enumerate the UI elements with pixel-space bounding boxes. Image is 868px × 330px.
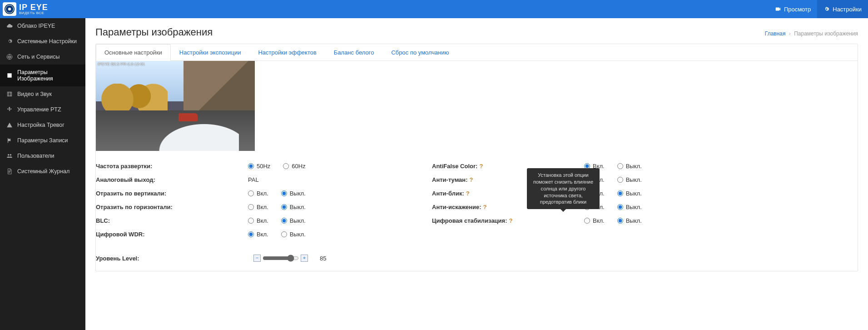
help-icon[interactable]: ? — [509, 217, 513, 224]
globe-icon — [6, 54, 13, 60]
document-icon — [6, 168, 13, 175]
brand-logo[interactable]: IP EYE ВИДЕТЬ ВСЕ — [3, 2, 48, 16]
radio-50hz[interactable]: 50Hz — [248, 163, 270, 170]
level-value: 85 — [320, 255, 326, 262]
cloud-icon — [6, 23, 13, 29]
preview-osd-text: IPEYE B2.5 PR-2.8-12-01 — [98, 62, 145, 66]
row-dwdr: Цифровой WDR: Вкл. Выкл. — [96, 227, 405, 241]
help-icon[interactable]: ? — [483, 204, 487, 210]
row-dstab: Цифровая стабилизация: ? Вкл. Выкл. — [432, 214, 741, 227]
sidebar-item-av[interactable]: Видео и Звук — [0, 86, 85, 102]
tab-effects[interactable]: Настройки эффектов — [249, 44, 325, 61]
row-flip-v: Отразить по вертикали: Вкл. Выкл. — [96, 186, 405, 200]
sidebar: Облако IPEYE Системные Настройки Сеть и … — [0, 18, 85, 330]
row-analog-out: Аналоговый выход: PAL — [96, 173, 405, 186]
help-icon[interactable]: ? — [466, 190, 470, 197]
radio-dstab-on[interactable]: Вкл. — [584, 217, 605, 224]
breadcrumb-current: Параметры изображения — [794, 30, 858, 37]
value-analog-out: PAL — [248, 176, 259, 183]
label-flip-v: Отразить по вертикали: — [96, 190, 248, 197]
camera-icon — [775, 6, 781, 12]
sidebar-item-record[interactable]: Параметры Записи — [0, 133, 85, 148]
tab-exposure[interactable]: Настройки экспозиции — [171, 44, 250, 61]
label-antiglare: Анти-блик: — [432, 190, 464, 197]
radio-antifog-off[interactable]: Выкл. — [617, 176, 642, 183]
radio-flipv-off[interactable]: Выкл. — [281, 190, 306, 197]
radio-blc-off[interactable]: Выкл. — [281, 217, 306, 224]
sidebar-item-network[interactable]: Сеть и Сервисы — [0, 49, 85, 65]
tabs: Основные настройки Настройки экспозиции … — [96, 44, 858, 61]
users-icon — [6, 153, 13, 159]
label-scan-freq: Частота развертки: — [96, 163, 248, 170]
sidebar-item-users[interactable]: Пользователи — [0, 148, 85, 164]
gear-icon — [823, 6, 830, 12]
radio-dwdr-on[interactable]: Вкл. — [248, 231, 268, 238]
sidebar-item-log[interactable]: Системный Журнал — [0, 164, 85, 179]
label-dstab: Цифровая стабилизация: — [432, 217, 507, 224]
logo-eye-icon — [3, 2, 16, 16]
flag-icon — [6, 137, 13, 144]
radio-blc-on[interactable]: Вкл. — [248, 217, 268, 224]
brand-tagline: ВИДЕТЬ ВСЕ — [19, 11, 48, 15]
radio-antiglare-off[interactable]: Выкл. — [617, 190, 642, 197]
help-tooltip: Установка этой опции поможет снизить вли… — [527, 168, 600, 209]
brand-name: IP EYE — [19, 3, 48, 11]
row-level: Уровень Level: − + 85 — [96, 255, 405, 262]
camera-preview: IPEYE B2.5 PR-2.8-12-01 — [96, 61, 255, 151]
radio-flipv-on[interactable]: Вкл. — [248, 190, 268, 197]
settings-panel: Основные настройки Настройки экспозиции … — [95, 44, 858, 271]
label-analog-out: Аналоговый выход: — [96, 176, 248, 183]
row-flip-h: Отразить по горизонтали: Вкл. Выкл. — [96, 200, 405, 214]
sidebar-item-cloud[interactable]: Облако IPEYE — [0, 18, 85, 34]
radio-60hz[interactable]: 60Hz — [283, 163, 305, 170]
warning-icon — [6, 122, 13, 128]
radio-antidist-off[interactable]: Выкл. — [617, 204, 642, 210]
label-antidist: Анти-искажение: — [432, 204, 481, 210]
page-title: Параметры изображения — [95, 26, 213, 38]
gears-icon — [6, 38, 13, 45]
main-content: Параметры изображения Главная › Параметр… — [85, 18, 868, 330]
radio-antifalse-off[interactable]: Выкл. — [617, 163, 642, 170]
chevron-right-icon: › — [789, 30, 791, 37]
tab-whitebalance[interactable]: Баланс белого — [325, 44, 383, 61]
tab-reset[interactable]: Сброс по умолчанию — [382, 44, 457, 61]
radio-dwdr-off[interactable]: Выкл. — [281, 231, 306, 238]
radio-dstab-off[interactable]: Выкл. — [617, 217, 642, 224]
help-icon[interactable]: ? — [479, 163, 483, 170]
move-icon — [6, 106, 13, 113]
topbar: IP EYE ВИДЕТЬ ВСЕ Просмотр Настройки — [0, 0, 868, 18]
label-blc: BLC: — [96, 217, 248, 224]
label-flip-h: Отразить по горизонтали: — [96, 204, 248, 210]
label-level: Уровень Level: — [96, 255, 248, 262]
label-antifalse: AntiFalse Color: — [432, 163, 477, 170]
sidebar-item-system[interactable]: Системные Настройки — [0, 34, 85, 49]
sidebar-item-image[interactable]: Параметры Изображения — [0, 65, 85, 86]
radio-fliph-on[interactable]: Вкл. — [248, 204, 268, 210]
breadcrumb-home[interactable]: Главная — [765, 30, 786, 37]
row-scan-freq: Частота развертки: 50Hz 60Hz — [96, 159, 405, 173]
film-icon — [6, 91, 13, 97]
nav-settings[interactable]: Настройки — [817, 0, 868, 18]
tab-basic[interactable]: Основные настройки — [96, 44, 171, 61]
level-increment-button[interactable]: + — [301, 255, 308, 262]
level-slider[interactable] — [263, 255, 299, 262]
label-dwdr: Цифровой WDR: — [96, 231, 248, 238]
radio-fliph-off[interactable]: Выкл. — [281, 204, 306, 210]
help-icon[interactable]: ? — [470, 176, 473, 183]
sidebar-item-alarm[interactable]: Настройка Тревог — [0, 117, 85, 133]
label-antifog: Анти-туман: — [432, 176, 468, 183]
level-decrement-button[interactable]: − — [253, 255, 261, 262]
settings-column-left: Частота развертки: 50Hz 60Hz Аналоговый … — [96, 159, 405, 262]
breadcrumb: Главная › Параметры изображения — [765, 30, 858, 37]
row-blc: BLC: Вкл. Выкл. — [96, 214, 405, 227]
sidebar-item-ptz[interactable]: Управление PTZ — [0, 102, 85, 117]
image-icon — [6, 72, 13, 79]
nav-view[interactable]: Просмотр — [769, 0, 817, 18]
top-nav: Просмотр Настройки — [769, 0, 868, 18]
tab-body: IPEYE B2.5 PR-2.8-12-01 Частота развертк… — [96, 61, 858, 271]
